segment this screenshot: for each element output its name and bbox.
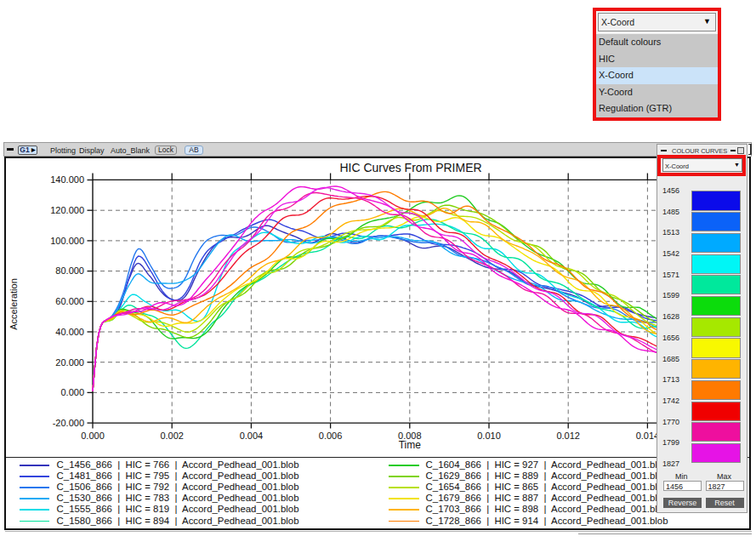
svg-text:100.000: 100.000 [50,236,84,246]
svg-text:40.000: 40.000 [55,327,84,337]
svg-text:60.000: 60.000 [55,296,84,306]
svg-text:0.000: 0.000 [81,431,105,441]
svg-text:140.000: 140.000 [50,174,84,185]
svg-text:80.000: 80.000 [55,265,84,276]
svg-text:120.000: 120.000 [50,205,84,215]
svg-text:0.004: 0.004 [240,431,264,441]
svg-text:Acceleration: Acceleration [9,278,19,330]
svg-text:Time: Time [399,439,422,451]
svg-text:0.010: 0.010 [477,431,501,441]
svg-text:20.000: 20.000 [55,357,84,368]
svg-text:0.012: 0.012 [556,431,580,441]
svg-text:0.006: 0.006 [319,431,343,441]
svg-text:0.002: 0.002 [160,431,184,441]
svg-text:HIC Curves From PRIMER: HIC Curves From PRIMER [339,161,481,174]
svg-text:-20.000: -20.000 [53,418,84,428]
svg-text:0.000: 0.000 [60,387,84,397]
